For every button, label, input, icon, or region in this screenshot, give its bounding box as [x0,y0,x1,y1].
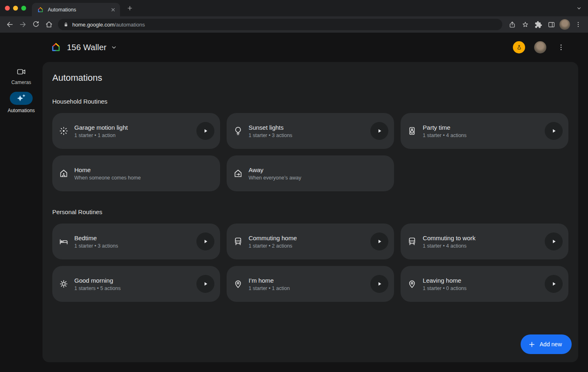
sidebar-item-automations[interactable]: Automations [8,92,35,113]
header-menu-kebab-icon[interactable] [555,42,567,53]
header-actions [513,41,567,53]
routine-title: Leaving home [423,277,466,284]
routine-subtitle: When someone comes home [74,175,141,181]
sidebar-item-cameras[interactable]: Cameras [11,67,31,85]
add-new-label: Add new [540,341,562,348]
routine-subtitle: 1 starter • 1 action [249,286,290,291]
routine-card[interactable]: Garage motion light 1 starter • 1 action [52,113,220,149]
routine-card[interactable]: Sunset lights 1 starter • 3 actions [227,113,394,149]
extensions-icon[interactable] [532,18,545,31]
away-occupancy-icon [233,168,243,178]
routine-subtitle: 1 starter • 4 actions [423,133,466,138]
section-label-household: Household Routines [52,98,568,105]
routine-subtitle: 1 starter • 4 actions [423,243,475,249]
play-button[interactable] [545,275,563,293]
automations-panel: Automations Household Routines Garage mo… [42,62,578,362]
routine-title: Garage motion light [74,124,128,131]
play-button[interactable] [545,122,563,140]
account-avatar[interactable] [534,41,546,53]
minimize-window-button[interactable] [13,6,18,11]
routine-subtitle: 1 starter • 3 actions [74,243,118,249]
sidebar-label: Cameras [11,80,31,85]
routine-subtitle: When everyone’s away [249,175,301,181]
routine-title: Away [249,166,301,173]
play-icon [379,282,381,286]
routine-title: Bedtime [74,235,118,241]
home-switcher[interactable]: 156 Waller [61,43,118,52]
home-name: 156 Waller [67,43,107,52]
url-path: /automations [114,22,145,28]
routine-card[interactable]: Party time 1 starter • 4 actions [401,113,568,149]
play-icon [553,129,556,133]
routine-card[interactable]: Leaving home 1 starter • 0 actions [401,266,568,302]
browser-menu-kebab-icon[interactable] [572,18,585,31]
tab-strip: Automations [0,0,588,16]
play-button[interactable] [370,232,388,250]
routine-subtitle: 1 starter • 3 actions [249,133,292,138]
home-occupancy-icon [59,168,69,178]
bed-icon [59,237,69,246]
close-window-button[interactable] [5,6,10,11]
address-bar[interactable]: home.google.com/automations [58,19,502,30]
location-pin-icon [233,279,243,289]
play-icon [205,129,207,133]
play-button[interactable] [545,232,563,250]
routine-title: Party time [423,124,466,131]
play-button[interactable] [370,275,388,293]
forward-icon[interactable] [16,18,29,31]
tab-search-chevron-icon[interactable] [574,3,584,13]
routine-card[interactable]: Away When everyone’s away [227,155,394,191]
routine-card[interactable]: Commuting home 1 starter • 2 actions [227,224,394,259]
routine-title: I’m home [249,277,290,284]
routine-title: Sunset lights [249,124,292,131]
browser-toolbar: home.google.com/automations [0,16,588,33]
zoom-window-button[interactable] [21,6,26,11]
page-title: Automations [52,73,568,83]
routine-card[interactable]: Good morning 1 starters • 5 actions [52,266,220,302]
videocam-icon [16,67,26,77]
avatar [559,19,570,30]
home-button-icon[interactable] [42,18,56,31]
play-button[interactable] [370,122,388,140]
personal-routines-grid: Bedtime 1 starter • 3 actions Commuting … [52,224,568,302]
routine-card[interactable]: I’m home 1 starter • 1 action [227,266,394,302]
play-icon [205,240,207,243]
routine-card[interactable]: Bedtime 1 starter • 3 actions [52,224,220,259]
routine-title: Home [74,166,141,173]
routine-title: Commuting to work [423,235,475,241]
play-icon [379,129,381,133]
side-panel-icon[interactable] [545,18,558,31]
play-button[interactable] [196,232,214,250]
routine-subtitle: 1 starters • 5 actions [74,286,120,291]
routine-card[interactable]: Commuting to work 1 starter • 4 actions [401,224,568,259]
preview-badge[interactable] [513,41,525,53]
play-icon [553,282,556,286]
app-sidebar: Cameras Automations [0,62,42,113]
google-home-app: 156 Waller Cameras [0,33,588,372]
lock-icon [63,22,69,28]
routine-title: Commuting home [249,235,297,241]
section-label-personal: Personal Routines [52,208,568,215]
bookmark-star-icon[interactable] [519,18,532,31]
reload-icon[interactable] [29,18,42,31]
routine-subtitle: 1 starter • 2 actions [249,243,297,249]
tab-favicon-google-home-icon [37,7,44,13]
tab-close-icon[interactable] [109,6,117,13]
plus-icon [528,341,536,348]
new-tab-button[interactable] [125,3,135,13]
browser-window: Automations home.google.co [0,0,588,372]
back-icon[interactable] [3,18,16,31]
play-button[interactable] [196,122,214,140]
browser-profile-avatar[interactable] [558,19,572,30]
household-routines-grid: Garage motion light 1 starter • 1 action… [52,113,568,191]
play-icon [205,282,207,286]
play-button[interactable] [196,275,214,293]
share-icon[interactable] [506,18,519,31]
commute-icon [407,237,417,246]
add-new-button[interactable]: Add new [521,334,572,354]
browser-tab[interactable]: Automations [32,3,120,16]
app-header: 156 Waller [0,33,588,62]
active-pill [10,92,33,105]
routine-card[interactable]: Home When someone comes home [52,155,220,191]
motion-sensor-icon [59,126,69,136]
